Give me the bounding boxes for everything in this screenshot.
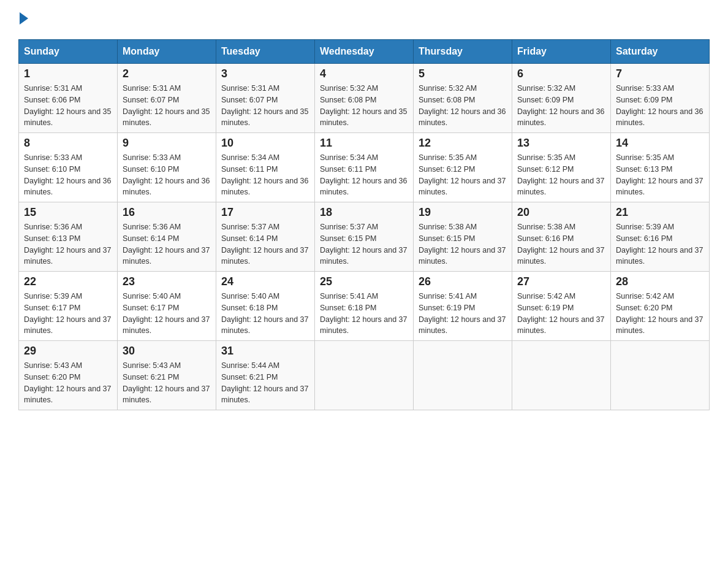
day-number: 4 xyxy=(320,67,408,80)
calendar-day-cell: 12 Sunrise: 5:35 AM Sunset: 6:12 PM Dayl… xyxy=(414,133,512,202)
day-info: Sunrise: 5:40 AM Sunset: 6:18 PM Dayligh… xyxy=(221,291,309,337)
day-of-week-header: Tuesday xyxy=(216,40,315,64)
day-number: 31 xyxy=(221,345,309,358)
calendar-day-cell xyxy=(611,341,710,410)
day-info: Sunrise: 5:43 AM Sunset: 6:21 PM Dayligh… xyxy=(123,360,211,406)
day-info: Sunrise: 5:36 AM Sunset: 6:14 PM Dayligh… xyxy=(123,221,211,267)
day-info: Sunrise: 5:38 AM Sunset: 6:16 PM Dayligh… xyxy=(517,221,605,267)
calendar-day-cell xyxy=(315,341,414,410)
calendar-day-cell: 23 Sunrise: 5:40 AM Sunset: 6:17 PM Dayl… xyxy=(118,272,216,341)
day-number: 30 xyxy=(123,345,211,358)
calendar-day-cell: 24 Sunrise: 5:40 AM Sunset: 6:18 PM Dayl… xyxy=(216,272,315,341)
day-number: 24 xyxy=(221,275,309,288)
page-header xyxy=(18,12,710,27)
calendar-week-row: 29 Sunrise: 5:43 AM Sunset: 6:20 PM Dayl… xyxy=(19,341,710,410)
day-info: Sunrise: 5:33 AM Sunset: 6:09 PM Dayligh… xyxy=(616,83,704,129)
day-number: 5 xyxy=(419,67,507,80)
calendar-day-cell: 21 Sunrise: 5:39 AM Sunset: 6:16 PM Dayl… xyxy=(611,202,710,272)
day-number: 2 xyxy=(123,67,211,80)
day-number: 17 xyxy=(221,206,309,219)
calendar-day-cell: 19 Sunrise: 5:38 AM Sunset: 6:15 PM Dayl… xyxy=(414,202,512,272)
day-info: Sunrise: 5:42 AM Sunset: 6:20 PM Dayligh… xyxy=(616,291,704,337)
calendar-day-cell: 31 Sunrise: 5:44 AM Sunset: 6:21 PM Dayl… xyxy=(216,341,315,410)
day-info: Sunrise: 5:35 AM Sunset: 6:13 PM Dayligh… xyxy=(616,152,704,198)
day-info: Sunrise: 5:39 AM Sunset: 6:16 PM Dayligh… xyxy=(616,221,704,267)
day-info: Sunrise: 5:41 AM Sunset: 6:19 PM Dayligh… xyxy=(419,291,507,337)
calendar-day-cell xyxy=(512,341,611,410)
day-info: Sunrise: 5:34 AM Sunset: 6:11 PM Dayligh… xyxy=(320,152,408,198)
day-number: 3 xyxy=(221,67,309,80)
day-info: Sunrise: 5:32 AM Sunset: 6:08 PM Dayligh… xyxy=(320,83,408,129)
day-number: 6 xyxy=(517,67,605,80)
calendar-week-row: 22 Sunrise: 5:39 AM Sunset: 6:17 PM Dayl… xyxy=(19,272,710,341)
calendar-day-cell: 1 Sunrise: 5:31 AM Sunset: 6:06 PM Dayli… xyxy=(19,64,118,133)
day-info: Sunrise: 5:37 AM Sunset: 6:15 PM Dayligh… xyxy=(320,221,408,267)
day-number: 29 xyxy=(24,345,112,358)
day-of-week-header: Thursday xyxy=(414,40,512,64)
calendar-week-row: 1 Sunrise: 5:31 AM Sunset: 6:06 PM Dayli… xyxy=(19,64,710,133)
day-of-week-header: Wednesday xyxy=(315,40,414,64)
day-info: Sunrise: 5:31 AM Sunset: 6:07 PM Dayligh… xyxy=(221,83,309,129)
calendar-day-cell: 15 Sunrise: 5:36 AM Sunset: 6:13 PM Dayl… xyxy=(19,202,118,272)
calendar-day-cell: 14 Sunrise: 5:35 AM Sunset: 6:13 PM Dayl… xyxy=(611,133,710,202)
day-info: Sunrise: 5:44 AM Sunset: 6:21 PM Dayligh… xyxy=(221,360,309,406)
calendar-day-cell: 16 Sunrise: 5:36 AM Sunset: 6:14 PM Dayl… xyxy=(118,202,216,272)
calendar-day-cell: 20 Sunrise: 5:38 AM Sunset: 6:16 PM Dayl… xyxy=(512,202,611,272)
day-of-week-header: Sunday xyxy=(19,40,118,64)
day-number: 23 xyxy=(123,275,211,288)
calendar-day-cell: 7 Sunrise: 5:33 AM Sunset: 6:09 PM Dayli… xyxy=(611,64,710,133)
calendar-day-cell: 13 Sunrise: 5:35 AM Sunset: 6:12 PM Dayl… xyxy=(512,133,611,202)
day-number: 11 xyxy=(320,137,408,150)
day-info: Sunrise: 5:41 AM Sunset: 6:18 PM Dayligh… xyxy=(320,291,408,337)
day-number: 10 xyxy=(221,137,309,150)
day-of-week-header: Monday xyxy=(118,40,216,64)
day-info: Sunrise: 5:31 AM Sunset: 6:07 PM Dayligh… xyxy=(123,83,211,129)
day-number: 15 xyxy=(24,206,112,219)
calendar-day-cell: 5 Sunrise: 5:32 AM Sunset: 6:08 PM Dayli… xyxy=(414,64,512,133)
day-info: Sunrise: 5:32 AM Sunset: 6:08 PM Dayligh… xyxy=(419,83,507,129)
day-number: 22 xyxy=(24,275,112,288)
day-number: 14 xyxy=(616,137,704,150)
calendar-week-row: 8 Sunrise: 5:33 AM Sunset: 6:10 PM Dayli… xyxy=(19,133,710,202)
calendar-day-cell: 30 Sunrise: 5:43 AM Sunset: 6:21 PM Dayl… xyxy=(118,341,216,410)
day-number: 18 xyxy=(320,206,408,219)
day-info: Sunrise: 5:42 AM Sunset: 6:19 PM Dayligh… xyxy=(517,291,605,337)
day-info: Sunrise: 5:33 AM Sunset: 6:10 PM Dayligh… xyxy=(24,152,112,198)
day-info: Sunrise: 5:39 AM Sunset: 6:17 PM Dayligh… xyxy=(24,291,112,337)
day-info: Sunrise: 5:37 AM Sunset: 6:14 PM Dayligh… xyxy=(221,221,309,267)
day-number: 27 xyxy=(517,275,605,288)
calendar-day-cell: 10 Sunrise: 5:34 AM Sunset: 6:11 PM Dayl… xyxy=(216,133,315,202)
day-info: Sunrise: 5:34 AM Sunset: 6:11 PM Dayligh… xyxy=(221,152,309,198)
day-info: Sunrise: 5:31 AM Sunset: 6:06 PM Dayligh… xyxy=(24,83,112,129)
calendar-day-cell: 11 Sunrise: 5:34 AM Sunset: 6:11 PM Dayl… xyxy=(315,133,414,202)
calendar-day-cell: 27 Sunrise: 5:42 AM Sunset: 6:19 PM Dayl… xyxy=(512,272,611,341)
calendar-day-cell: 17 Sunrise: 5:37 AM Sunset: 6:14 PM Dayl… xyxy=(216,202,315,272)
calendar-day-cell: 22 Sunrise: 5:39 AM Sunset: 6:17 PM Dayl… xyxy=(19,272,118,341)
day-info: Sunrise: 5:33 AM Sunset: 6:10 PM Dayligh… xyxy=(123,152,211,198)
calendar-week-row: 15 Sunrise: 5:36 AM Sunset: 6:13 PM Dayl… xyxy=(19,202,710,272)
day-of-week-header: Friday xyxy=(512,40,611,64)
day-info: Sunrise: 5:38 AM Sunset: 6:15 PM Dayligh… xyxy=(419,221,507,267)
calendar-day-cell: 25 Sunrise: 5:41 AM Sunset: 6:18 PM Dayl… xyxy=(315,272,414,341)
day-number: 8 xyxy=(24,137,112,150)
calendar-day-cell: 29 Sunrise: 5:43 AM Sunset: 6:20 PM Dayl… xyxy=(19,341,118,410)
day-info: Sunrise: 5:32 AM Sunset: 6:09 PM Dayligh… xyxy=(517,83,605,129)
logo-triangle-icon xyxy=(20,12,28,25)
calendar-day-cell: 6 Sunrise: 5:32 AM Sunset: 6:09 PM Dayli… xyxy=(512,64,611,133)
calendar-day-cell: 4 Sunrise: 5:32 AM Sunset: 6:08 PM Dayli… xyxy=(315,64,414,133)
logo xyxy=(18,12,28,27)
calendar-day-cell: 26 Sunrise: 5:41 AM Sunset: 6:19 PM Dayl… xyxy=(414,272,512,341)
day-number: 20 xyxy=(517,206,605,219)
day-info: Sunrise: 5:35 AM Sunset: 6:12 PM Dayligh… xyxy=(419,152,507,198)
calendar-day-cell: 8 Sunrise: 5:33 AM Sunset: 6:10 PM Dayli… xyxy=(19,133,118,202)
day-number: 7 xyxy=(616,67,704,80)
day-number: 12 xyxy=(419,137,507,150)
day-number: 28 xyxy=(616,275,704,288)
day-number: 9 xyxy=(123,137,211,150)
day-info: Sunrise: 5:35 AM Sunset: 6:12 PM Dayligh… xyxy=(517,152,605,198)
calendar-day-cell: 28 Sunrise: 5:42 AM Sunset: 6:20 PM Dayl… xyxy=(611,272,710,341)
calendar-day-cell: 3 Sunrise: 5:31 AM Sunset: 6:07 PM Dayli… xyxy=(216,64,315,133)
calendar-day-cell: 18 Sunrise: 5:37 AM Sunset: 6:15 PM Dayl… xyxy=(315,202,414,272)
calendar-day-cell: 2 Sunrise: 5:31 AM Sunset: 6:07 PM Dayli… xyxy=(118,64,216,133)
day-info: Sunrise: 5:43 AM Sunset: 6:20 PM Dayligh… xyxy=(24,360,112,406)
